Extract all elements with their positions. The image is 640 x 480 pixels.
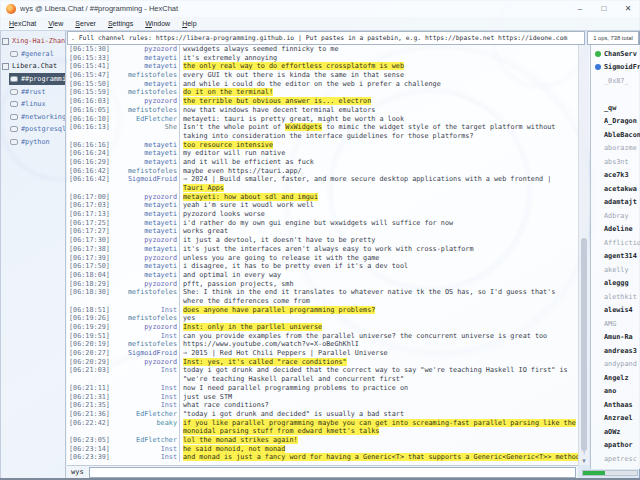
nick-label[interactable]: Inst xyxy=(111,401,177,410)
userlist-item-AMG[interactable]: AMG xyxy=(591,317,640,331)
sidebar-item-Xing-Hai-Zhan[interactable]: Xing-Hai-Zhan xyxy=(0,35,65,48)
sidebar-item-linux[interactable]: #linux xyxy=(0,98,65,111)
menu-item-settings[interactable]: Settings xyxy=(102,19,139,28)
nick-label[interactable]: beaky xyxy=(111,419,177,428)
nick-label[interactable]: metayeti xyxy=(111,210,177,219)
userlist-item-_qw[interactable]: _qw xyxy=(591,101,640,115)
sidebar-item-python[interactable]: #python xyxy=(0,136,65,149)
nick-label[interactable]: She xyxy=(111,123,177,132)
nick-label[interactable]: metayeti xyxy=(111,227,177,236)
userlist-item-ace7k3[interactable]: ace7k3 xyxy=(591,169,640,183)
nick-label[interactable]: SigmoidFroid xyxy=(111,349,177,358)
userlist-item-SigmoidFroid[interactable]: SigmoidFroid xyxy=(591,61,640,75)
maximize-button[interactable]: □ xyxy=(592,0,616,17)
nick-label[interactable]: pyzozord xyxy=(111,97,177,106)
nick-label[interactable]: Inst xyxy=(111,393,177,402)
userlist-item-aleggg[interactable]: aleggg xyxy=(591,277,640,291)
nick-label[interactable]: Inst xyxy=(111,453,177,462)
menu-item-hexchat[interactable]: HexChat xyxy=(3,19,42,28)
sidebar-item-rust[interactable]: ##rust xyxy=(0,85,65,98)
nick-label[interactable]: metayeti xyxy=(111,271,177,280)
nick-label[interactable]: metayeti xyxy=(111,80,177,89)
nick-label[interactable]: metayeti xyxy=(111,158,177,167)
scroll-down-arrow-icon[interactable]: ▼ xyxy=(579,458,589,464)
userlist-item-Affliction[interactable]: Affliction xyxy=(591,236,640,250)
nick-label[interactable]: EdFletcher xyxy=(111,410,177,419)
sidebar-item-Libera.Chat[interactable]: Libera.Chat xyxy=(0,60,65,73)
userlist-item-APic[interactable]: APic xyxy=(591,466,640,470)
nick-label[interactable]: pyzozord xyxy=(111,254,177,263)
nick-label[interactable]: mefistofeles xyxy=(111,340,177,349)
nick-label[interactable]: metayeti xyxy=(111,54,177,63)
userlist-item-abs3nt[interactable]: abs3nt xyxy=(591,155,640,169)
userlist-item-_0x87_[interactable]: _0x87_ xyxy=(591,74,640,88)
userlist-item-apetresc[interactable]: apetresc xyxy=(591,452,640,466)
sidebar-item-postgresql[interactable]: #postgresql xyxy=(0,123,65,136)
chat-scrollbar[interactable]: ! ▼ xyxy=(578,45,589,465)
userlist-item-A_Dragon[interactable]: A_Dragon xyxy=(591,115,640,129)
menu-item-view[interactable]: View xyxy=(42,19,69,28)
nick-label[interactable]: mefistofeles xyxy=(111,71,177,80)
nick-label[interactable]: pyzozord xyxy=(111,45,177,54)
userlist-item-apathor[interactable]: apathor xyxy=(591,439,640,453)
topic-bar[interactable]: . Full channel rules: https://libera-pro… xyxy=(67,31,585,45)
nick-label[interactable]: pyzozord xyxy=(111,236,177,245)
nick-label[interactable]: Inst xyxy=(111,306,177,315)
nick-button[interactable]: wys xyxy=(67,468,89,476)
userlist-item-ano[interactable]: ano xyxy=(591,385,640,399)
nick-label[interactable]: SigmoidFroid xyxy=(111,175,177,184)
userlist-item-akelly[interactable]: akelly xyxy=(591,263,640,277)
userlist-item-Adbray[interactable]: Adbray xyxy=(591,209,640,223)
nick-label[interactable]: mefistofeles xyxy=(111,88,177,97)
nick-label[interactable]: metayeti xyxy=(111,201,177,210)
nick-label[interactable]: metayeti xyxy=(111,219,177,228)
userlist-item-aborazme[interactable]: aborazme xyxy=(591,142,640,156)
nick-label[interactable]: pyzozord xyxy=(111,358,177,367)
nick-label[interactable]: Inst xyxy=(111,366,177,375)
nick-label[interactable]: pyzozord xyxy=(111,280,177,289)
sidebar-item-programming[interactable]: ##programming xyxy=(0,73,65,86)
userlist-item-Anthaas[interactable]: Anthaas xyxy=(591,398,640,412)
userlist-item-AbleBacon[interactable]: AbleBacon xyxy=(591,128,640,142)
nick-label[interactable]: Inst xyxy=(111,445,177,454)
menu-item-window[interactable]: Window xyxy=(139,19,176,28)
nick-label[interactable]: mefistofeles xyxy=(111,167,177,176)
userlist-item-Anzrael[interactable]: Anzrael xyxy=(591,412,640,426)
userlist-item-adamtajt[interactable]: adamtajt xyxy=(591,196,640,210)
nick-label[interactable]: Inst xyxy=(111,332,177,341)
userlist-item-acetakwa[interactable]: acetakwa xyxy=(591,182,640,196)
nick-label[interactable]: metayeti xyxy=(111,262,177,271)
message-segment: Inst: yes, it's called "race conditions" xyxy=(183,358,347,366)
nick-label[interactable]: Inst xyxy=(111,384,177,393)
nick-label[interactable]: mefistofeles xyxy=(111,288,177,297)
sidebar-item-general[interactable]: #general xyxy=(0,48,65,61)
userlist-item-andypand[interactable]: andypand xyxy=(591,358,640,372)
nick-label[interactable]: metayeti xyxy=(111,149,177,158)
nick-label[interactable]: mefistofeles xyxy=(111,314,177,323)
nick-label[interactable]: EdFletcher xyxy=(111,436,177,445)
message-input[interactable] xyxy=(89,467,576,478)
nick-label[interactable]: mefistofeles xyxy=(111,106,177,115)
userlist-item-alewis4[interactable]: alewis4 xyxy=(591,304,640,318)
nick-label[interactable]: metayeti xyxy=(111,62,177,71)
sidebar-item-networking[interactable]: #networking xyxy=(0,111,65,124)
userlist-item-agent314[interactable]: agent314 xyxy=(591,250,640,264)
close-button[interactable]: ✕ xyxy=(616,0,640,17)
userlist-item-Angelz[interactable]: Angelz xyxy=(591,371,640,385)
nick-label[interactable]: metayeti xyxy=(111,141,177,150)
userlist-item-aOWz[interactable]: aOWz xyxy=(591,425,640,439)
menu-item-server[interactable]: Server xyxy=(69,19,102,28)
menu-item-help[interactable]: Help xyxy=(176,19,202,28)
minimize-button[interactable]: – xyxy=(568,0,592,17)
user-nick: APic xyxy=(604,468,620,469)
userlist-item-alethkit[interactable]: alethkit xyxy=(591,290,640,304)
nick-label[interactable]: pyzozord xyxy=(111,193,177,202)
userlist-item-ChanServ[interactable]: ChanServ xyxy=(591,47,640,61)
userlist-item-Adeline[interactable]: Adeline xyxy=(591,223,640,237)
userlist-item-Amun-Ra[interactable]: Amun-Ra xyxy=(591,331,640,345)
nick-label[interactable]: pyzozord xyxy=(111,323,177,332)
userlist-item-andreas3[interactable]: andreas3 xyxy=(591,344,640,358)
scrollbar-thumb[interactable] xyxy=(581,238,587,451)
nick-label[interactable]: metayeti xyxy=(111,245,177,254)
nick-label[interactable]: EdFletcher xyxy=(111,115,177,124)
